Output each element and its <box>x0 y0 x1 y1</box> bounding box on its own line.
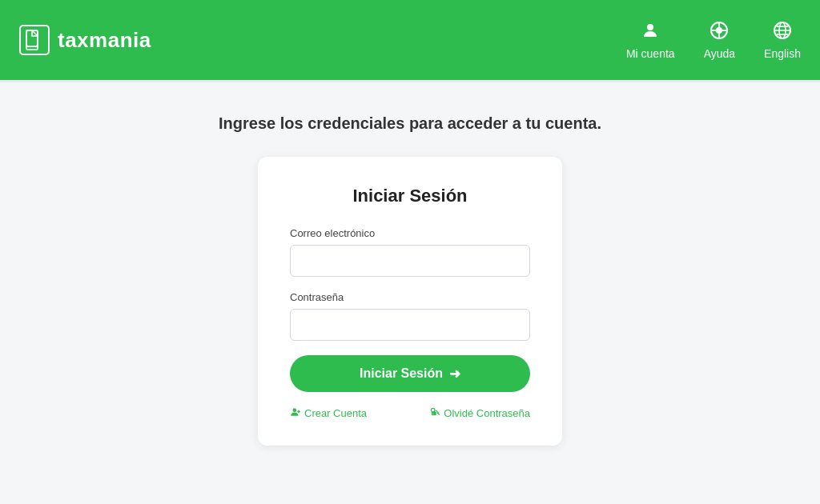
logo: taxmania <box>19 25 151 55</box>
create-account-label: Crear Cuenta <box>304 407 367 419</box>
account-icon <box>641 21 660 43</box>
logo-text: taxmania <box>58 28 151 53</box>
svg-point-11 <box>293 408 297 412</box>
svg-point-3 <box>716 27 722 34</box>
login-card: Iniciar Sesión Correo electrónico Contra… <box>258 157 562 446</box>
logo-icon <box>19 25 50 55</box>
login-button[interactable]: Iniciar Sesión ➜ <box>290 355 530 392</box>
nav-help[interactable]: Ayuda <box>704 21 735 60</box>
forgot-password-link[interactable]: Olvidé Contraseña <box>429 406 530 420</box>
login-button-label: Iniciar Sesión <box>360 366 443 381</box>
forgot-password-label: Olvidé Contraseña <box>444 407 530 419</box>
forgot-password-icon <box>429 406 440 420</box>
login-arrow-icon: ➜ <box>449 366 460 382</box>
login-title: Iniciar Sesión <box>290 186 530 206</box>
password-label: Contraseña <box>290 291 530 303</box>
nav-account[interactable]: Mi cuenta <box>626 21 675 60</box>
svg-point-14 <box>432 408 436 412</box>
card-links: Crear Cuenta Olvidé Contraseña <box>290 406 530 420</box>
nav-help-label: Ayuda <box>704 47 735 60</box>
help-icon <box>709 21 729 43</box>
svg-point-1 <box>647 24 653 30</box>
main-nav: Mi cuenta Ayuda <box>626 21 801 60</box>
nav-language[interactable]: English <box>764 21 801 60</box>
email-label: Correo electrónico <box>290 227 530 239</box>
password-field-group: Contraseña <box>290 291 530 341</box>
svg-line-17 <box>437 413 440 415</box>
main-content: Ingrese los credenciales para acceder a … <box>0 82 820 504</box>
language-icon <box>773 21 792 43</box>
create-account-icon <box>290 406 301 420</box>
nav-language-label: English <box>764 47 801 60</box>
email-input[interactable] <box>290 245 530 277</box>
nav-account-label: Mi cuenta <box>626 47 675 60</box>
password-input[interactable] <box>290 309 530 341</box>
create-account-link[interactable]: Crear Cuenta <box>290 406 367 420</box>
page-subtitle: Ingrese los credenciales para acceder a … <box>219 114 601 133</box>
svg-rect-15 <box>432 411 436 415</box>
email-field-group: Correo electrónico <box>290 227 530 277</box>
app-header: taxmania Mi cuenta <box>0 0 820 80</box>
logo-svg <box>26 30 43 50</box>
